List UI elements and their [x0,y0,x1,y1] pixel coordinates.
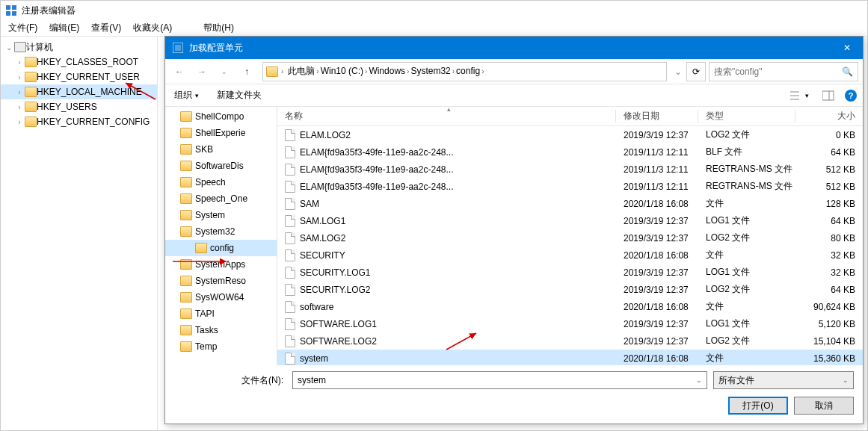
search-input[interactable] [714,66,837,77]
nav-up-button[interactable]: ↑ [237,62,256,81]
folder-tree-item[interactable]: config [165,240,277,256]
file-icon [285,146,295,158]
file-row[interactable]: SOFTWARE.LOG1 2019/3/19 12:37 LOG1 文件 5,… [277,315,863,332]
file-size: 512 KB [795,182,863,192]
tree-hive[interactable]: ›HKEY_CLASSES_ROOT [1,55,157,69]
folder-tree-item[interactable]: System [165,207,277,223]
chevron-right-icon: › [14,103,25,111]
file-icon [285,129,295,141]
file-date: 2019/11/3 12:11 [616,182,698,192]
folder-tree-item[interactable]: System32 [165,223,277,240]
new-folder-button[interactable]: 新建文件夹 [214,87,265,103]
folder-tree-item[interactable]: SKB [165,141,277,158]
close-button[interactable]: ✕ [831,37,863,59]
view-options-button[interactable]: ▾ [787,89,812,102]
file-row[interactable]: SOFTWARE.LOG2 2019/3/19 12:37 LOG2 文件 15… [277,332,863,350]
folder-tree-item[interactable]: SoftwareDis [165,158,277,174]
folder-tree-item[interactable]: Tasks [165,322,277,338]
folder-tree-item[interactable]: SystemApps [165,256,277,273]
folder-tree-item[interactable]: Temp [165,338,277,355]
nav-back-button[interactable]: ← [170,62,189,81]
file-type: 文件 [698,197,795,210]
organize-button[interactable]: 组织 ▾ [171,87,202,103]
nav-forward-button[interactable]: → [192,62,212,81]
file-size: 512 KB [795,164,863,175]
menu-view[interactable]: 查看(V) [87,20,126,36]
file-row[interactable]: SECURITY.LOG2 2019/3/19 12:37 LOG2 文件 64… [277,281,863,298]
menu-file[interactable]: 文件(F) [4,20,42,36]
chevron-down-icon: ⌄ [696,376,702,384]
file-row[interactable]: ELAM{fd9a35f3-49fe-11e9-aa2c-248... 2019… [277,161,863,178]
tree-hive[interactable]: ›HKEY_LOCAL_MACHINE [1,84,157,99]
col-name[interactable]: 名称▴ [277,107,616,125]
filetype-select[interactable]: 所有文件 ⌄ [713,371,854,389]
folder-tree-item[interactable]: ShellExperie [165,125,277,141]
file-row[interactable]: software 2020/1/18 16:08 文件 90,624 KB [277,298,863,315]
filetype-value: 所有文件 [718,374,754,387]
list-header[interactable]: 名称▴ 修改日期 类型 大小 [277,107,863,126]
folder-label: Speech [195,177,226,187]
menu-edit[interactable]: 编辑(E) [45,20,84,36]
file-row[interactable]: ELAM{fd9a35f3-49fe-11e9-aa2c-248... 2019… [277,143,863,161]
file-row[interactable]: SAM 2020/1/18 16:08 文件 128 KB [277,195,863,212]
breadcrumb-item[interactable]: 此电脑 [286,66,316,76]
file-row[interactable]: SECURITY 2020/1/18 16:08 文件 32 KB [277,246,863,264]
file-row[interactable]: SECURITY.LOG1 2019/3/19 12:37 LOG1 文件 32… [277,264,863,281]
file-name: system [300,353,328,364]
col-date[interactable]: 修改日期 [616,107,698,125]
preview-pane-button[interactable] [819,89,837,102]
folder-icon [180,341,192,352]
file-row[interactable]: ELAM.LOG2 2019/3/19 12:37 LOG2 文件 0 KB [277,126,863,143]
breadcrumb-item[interactable]: System32 [409,66,452,76]
file-type: LOG1 文件 [698,266,795,279]
breadcrumb-item[interactable]: Windows [367,66,407,76]
breadcrumb[interactable]: › 此电脑›Win10 (C:)›Windows›System32›config… [262,62,667,81]
folder-tree[interactable]: ShellCompoShellExperieSKBSoftwareDisSpee… [165,107,277,365]
svg-rect-1 [12,5,16,10]
breadcrumb-item[interactable]: config [455,66,481,76]
file-icon [285,284,295,296]
file-row[interactable]: ELAM{fd9a35f3-49fe-11e9-aa2c-248... 2019… [277,178,863,195]
file-icon [285,301,295,313]
cancel-button[interactable]: 取消 [794,397,854,415]
folder-icon [180,144,192,155]
tree-hive[interactable]: ›HKEY_CURRENT_USER [1,69,157,84]
tree-hive[interactable]: ›HKEY_USERS [1,99,157,114]
file-row[interactable]: SAM.LOG2 2019/3/19 12:37 LOG2 文件 80 KB [277,229,863,246]
chevron-right-icon: › [481,67,484,75]
col-type[interactable]: 类型 [698,107,795,125]
folder-icon [180,161,192,171]
list-body[interactable]: ELAM.LOG2 2019/3/19 12:37 LOG2 文件 0 KB E… [277,126,863,365]
help-button[interactable]: ? [845,90,857,102]
nav-recent-button[interactable]: ⌄ [215,62,234,81]
dialog-titlebar[interactable]: 加载配置单元 ✕ [165,37,863,59]
folder-tree-item[interactable]: Speech_One [165,190,277,207]
folder-tree-item[interactable]: ShellCompo [165,108,277,125]
dialog-icon [173,43,183,53]
folder-tree-item[interactable]: Speech [165,174,277,190]
menu-fav[interactable]: 收藏夹(A) [129,20,176,36]
folder-tree-item[interactable]: TAPI [165,306,277,322]
breadcrumb-dropdown[interactable]: ⌄ [673,66,683,77]
folder-tree-item[interactable]: SystemReso [165,273,277,289]
open-button[interactable]: 打开(O) [728,397,788,415]
folder-tree-item[interactable]: SysWOW64 [165,289,277,306]
folder-label: System [195,210,225,220]
folder-icon [180,325,192,335]
file-date: 2019/11/3 12:11 [616,164,698,175]
menu-help[interactable]: 帮助(H) [199,20,238,36]
folder-icon [195,243,207,253]
file-type: REGTRANS-MS 文件 [698,163,795,176]
tree-hive[interactable]: ›HKEY_CURRENT_CONFIG [1,114,157,129]
file-date: 2019/3/19 12:37 [616,130,698,140]
file-row[interactable]: system 2020/1/18 16:08 文件 15,360 KB [277,350,863,365]
col-size[interactable]: 大小 [795,107,863,125]
search-box[interactable]: 🔍 [709,62,858,81]
file-type: LOG2 文件 [698,335,795,347]
file-row[interactable]: SAM.LOG1 2019/3/19 12:37 LOG1 文件 64 KB [277,212,863,229]
filename-input[interactable]: system ⌄ [292,371,707,389]
regedit-tree[interactable]: ⌄ 计算机 ›HKEY_CLASSES_ROOT›HKEY_CURRENT_US… [1,37,158,430]
tree-root[interactable]: ⌄ 计算机 [1,40,157,55]
breadcrumb-item[interactable]: Win10 (C:) [319,66,365,76]
refresh-button[interactable]: ⟳ [686,62,706,81]
